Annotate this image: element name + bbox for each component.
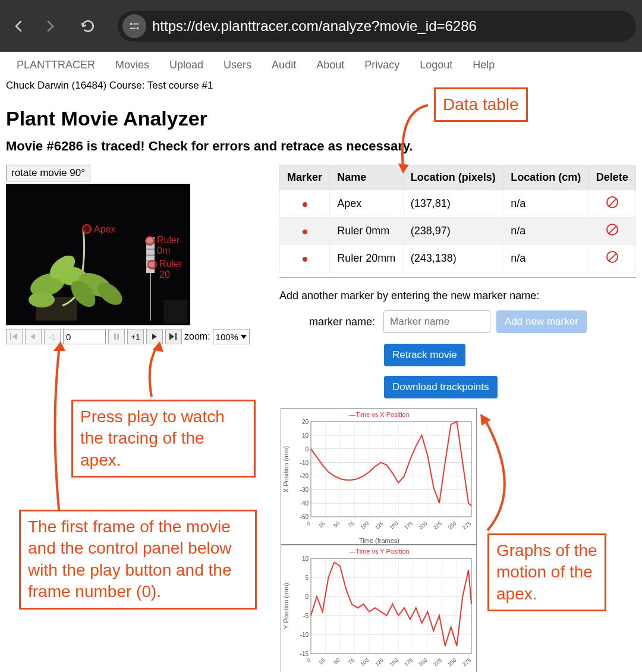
nav-planttracer[interactable]: PLANTTRACER — [17, 59, 95, 71]
retrack-movie-button[interactable]: Retrack movie — [384, 344, 465, 366]
delete-icon[interactable] — [606, 251, 618, 263]
svg-marker-23 — [30, 334, 35, 340]
nav-about[interactable]: About — [316, 59, 344, 71]
nav-help[interactable]: Help — [473, 59, 495, 71]
table-row: Ruler 0mm (238,97) n/a — [280, 218, 636, 245]
rotate-movie-button[interactable]: rotate movie 90° — [6, 165, 90, 181]
marker-apex-label: Apex — [94, 224, 115, 235]
svg-text:150: 150 — [389, 657, 399, 667]
table-row: Apex (137,81) n/a — [280, 190, 636, 218]
add-marker-text: Add another marker by entering the new m… — [279, 290, 636, 302]
main-nav: PLANTTRACER Movies Upload Users Audit Ab… — [0, 52, 642, 78]
svg-text:125: 125 — [374, 520, 385, 530]
svg-point-11 — [29, 292, 55, 307]
cell-location-cm: n/a — [503, 245, 588, 272]
svg-text:50: 50 — [332, 520, 341, 529]
svg-text:0: 0 — [306, 520, 311, 527]
svg-text:X Position (mm): X Position (mm) — [282, 446, 289, 492]
svg-text:—Time vs Y Position: —Time vs Y Position — [349, 548, 409, 555]
svg-text:20: 20 — [302, 419, 309, 425]
annotation-first-frame: The first frame of the movie and the con… — [19, 510, 257, 610]
svg-text:-10: -10 — [300, 460, 309, 466]
download-trackpoints-button[interactable]: Download trackpoints — [384, 376, 498, 398]
svg-text:50: 50 — [332, 657, 341, 665]
nav-upload[interactable]: Upload — [169, 59, 203, 71]
browser-refresh-button[interactable] — [75, 13, 101, 39]
svg-text:-30: -30 — [300, 486, 309, 493]
divider — [279, 277, 636, 278]
goto-start-button[interactable] — [6, 329, 23, 344]
site-settings-icon[interactable] — [122, 14, 146, 38]
svg-point-2 — [137, 27, 139, 29]
marker-apex[interactable] — [82, 224, 92, 234]
svg-text:250: 250 — [447, 520, 458, 530]
svg-marker-116 — [480, 414, 491, 426]
marker-dot-icon — [303, 230, 307, 234]
marker-name-label: marker name: — [309, 316, 375, 328]
svg-rect-3 — [130, 27, 136, 29]
svg-rect-69 — [311, 422, 471, 517]
th-marker: Marker — [280, 165, 330, 190]
arrow-data-table — [374, 93, 434, 177]
svg-text:100: 100 — [360, 520, 370, 530]
browser-back-button[interactable] — [6, 13, 32, 39]
delete-icon[interactable] — [606, 196, 618, 208]
marker-ruler20[interactable] — [147, 260, 157, 269]
zoom-select[interactable]: 100% — [213, 329, 250, 344]
svg-text:100: 100 — [360, 657, 370, 667]
browser-forward-button[interactable] — [37, 13, 63, 39]
cell-location-px: (137,81) — [403, 190, 503, 218]
marker-name-input[interactable] — [383, 310, 490, 333]
zoom-label: zoom: — [184, 331, 210, 342]
marker-ruler20-label: Ruler 20 — [159, 259, 190, 280]
svg-text:-5: -5 — [303, 613, 309, 619]
svg-text:250: 250 — [447, 657, 458, 667]
cell-location-cm: n/a — [503, 218, 588, 245]
table-row: Ruler 20mm (243,138) n/a — [280, 245, 636, 272]
svg-text:25: 25 — [318, 657, 326, 665]
nav-users[interactable]: Users — [224, 59, 251, 71]
cell-location-px: (243,138) — [403, 245, 503, 272]
nav-logout[interactable]: Logout — [420, 59, 452, 71]
svg-text:200: 200 — [418, 520, 429, 530]
nav-movies[interactable]: Movies — [115, 59, 149, 71]
svg-marker-27 — [169, 333, 174, 340]
svg-text:10: 10 — [302, 432, 309, 439]
url-bar[interactable]: https://dev.planttracer.com/analyze?movi… — [118, 11, 636, 42]
nav-privacy[interactable]: Privacy — [364, 59, 399, 71]
svg-text:175: 175 — [403, 520, 414, 530]
svg-text:-50: -50 — [300, 514, 309, 520]
cell-name: Ruler 20mm — [330, 245, 403, 272]
chart-y-position: -15-10-505100255075100125150175200225250… — [281, 545, 477, 672]
arrow-graphs — [470, 412, 529, 536]
marker-ruler0[interactable] — [145, 236, 155, 246]
marker-table: Marker Name Location (pixels) Location (… — [279, 165, 636, 272]
nav-audit[interactable]: Audit — [272, 59, 296, 71]
svg-text:-40: -40 — [300, 500, 309, 507]
svg-text:200: 200 — [418, 657, 429, 667]
svg-text:25: 25 — [318, 520, 326, 529]
add-marker-button[interactable]: Add new marker — [496, 310, 587, 333]
svg-marker-22 — [12, 333, 17, 340]
svg-text:0: 0 — [305, 594, 309, 600]
svg-text:-20: -20 — [300, 473, 309, 479]
svg-rect-28 — [175, 333, 177, 340]
svg-rect-24 — [114, 334, 116, 340]
svg-text:—Time vs X Position: —Time vs X Position — [349, 411, 410, 418]
svg-rect-25 — [117, 334, 119, 340]
svg-text:275: 275 — [461, 657, 472, 667]
svg-rect-21 — [10, 333, 11, 340]
svg-text:225: 225 — [432, 520, 443, 530]
playback-controls: -1 +1 zoom: 100% — [6, 329, 268, 344]
pause-button[interactable] — [108, 329, 125, 344]
annotation-graphs: Graphs of the motion of the apex. — [487, 533, 606, 611]
browser-bar: https://dev.planttracer.com/analyze?movi… — [0, 0, 642, 52]
step-back-button[interactable] — [25, 329, 42, 344]
svg-text:175: 175 — [403, 657, 414, 667]
delete-icon[interactable] — [606, 224, 618, 235]
movie-frame[interactable]: Apex Ruler 0m Ruler 20 — [6, 184, 190, 325]
svg-text:225: 225 — [432, 657, 443, 667]
svg-text:150: 150 — [389, 520, 399, 530]
page-subtitle: Movie #6286 is traced! Check for errors … — [6, 139, 636, 154]
svg-point-0 — [130, 23, 133, 25]
